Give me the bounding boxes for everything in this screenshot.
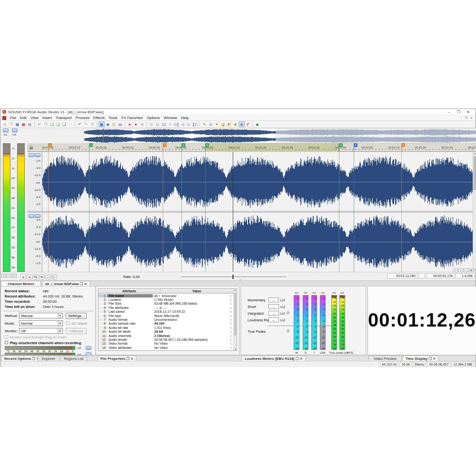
- table-row[interactable]: 10Audio bit depth16 bit▽: [99, 330, 233, 334]
- channel-1-buttons[interactable]: [29, 153, 40, 157]
- play-all-icon[interactable]: ▷: [149, 121, 155, 127]
- menu-transport[interactable]: Transport: [54, 116, 74, 120]
- record-remote-button[interactable]: ●: [27, 274, 32, 279]
- meter-right-minimize-button[interactable]: [12, 129, 18, 132]
- menu-fx-favorites[interactable]: FX Favorites: [119, 116, 145, 120]
- menu-process[interactable]: Process: [74, 116, 91, 120]
- zoom-in-time-button[interactable]: +: [1, 274, 6, 278]
- time-ruler[interactable]: 00:00:0000:00:1000:00:2000:00:3000:00:40…: [27, 143, 476, 152]
- dc-adjust-checkbox[interactable]: [66, 321, 69, 325]
- menu-help[interactable]: Help: [179, 116, 190, 120]
- menu-window[interactable]: Window: [162, 116, 179, 120]
- minimize-button[interactable]: –: [448, 110, 450, 114]
- table-row[interactable]: 8Audio sample rate44.100▽: [99, 322, 233, 326]
- mdi-minimize-button[interactable]: –: [460, 116, 462, 119]
- marker-flag-6[interactable]: 6: [401, 143, 405, 147]
- marker-flag-3[interactable]: 3: [163, 143, 167, 147]
- row-dropdown-icon[interactable]: ▽: [228, 346, 233, 349]
- row-dropdown-icon[interactable]: ▽: [228, 350, 233, 351]
- cut-icon[interactable]: ✂: [36, 121, 42, 127]
- trim-icon[interactable]: ▫: [67, 121, 73, 127]
- selection-box[interactable]: 00:01:12,260: [387, 273, 417, 278]
- rate-slider-thumb[interactable]: [232, 275, 234, 279]
- close-button[interactable]: ✕: [466, 110, 470, 114]
- play-button[interactable]: ▷: [51, 274, 57, 279]
- row-dropdown-icon[interactable]: ▽: [228, 302, 233, 305]
- table-row[interactable]: 14Video attributesNo Video▽: [99, 346, 233, 349]
- play-icon[interactable]: ▷: [155, 121, 161, 127]
- save-all-icon[interactable]: ▦: [27, 121, 33, 127]
- zoom-normal-button[interactable]: −: [464, 268, 468, 272]
- playback-cursor[interactable]: [233, 152, 233, 272]
- channel-2-buttons[interactable]: [29, 214, 40, 218]
- menu-view[interactable]: View: [29, 116, 40, 120]
- table-row[interactable]: 6File typeWave (Microsoft)▽: [99, 314, 233, 317]
- go-to-start-icon[interactable]: ◁❙: [173, 121, 179, 127]
- row-dropdown-icon[interactable]: ▽: [228, 322, 233, 325]
- save-as-icon[interactable]: ▦: [20, 121, 27, 127]
- record-remote-icon[interactable]: ●: [133, 121, 139, 127]
- menu-file[interactable]: File: [8, 116, 18, 120]
- repeat-icon[interactable]: ↺: [89, 121, 95, 127]
- marker-flag-4[interactable]: 4: [205, 143, 209, 147]
- crossfade-tool-icon[interactable]: ◉: [254, 121, 260, 127]
- menu-options[interactable]: Options: [145, 116, 162, 120]
- marker-flag-5[interactable]: 5: [354, 143, 357, 147]
- table-row[interactable]: 2LocationC:\My Music\▽: [99, 298, 233, 301]
- row-dropdown-icon[interactable]: ▽: [228, 306, 233, 309]
- channel-meter-left-bar[interactable]: [3, 143, 10, 272]
- table-row[interactable]: 13Video formatNo Video▽: [99, 342, 233, 346]
- marker-flag-4[interactable]: 4: [339, 143, 343, 147]
- overview-waveform-canvas[interactable]: [84, 129, 476, 143]
- table-row[interactable]: 5Last saved2018-12-27 10:04:22▽: [99, 310, 233, 314]
- go-to-end-icon[interactable]: ❙▷: [192, 121, 198, 127]
- mix-icon[interactable]: ❏: [61, 121, 67, 127]
- record-button[interactable]: ●: [20, 274, 26, 279]
- ruler-lock-icon[interactable]: [29, 145, 39, 151]
- menu-edit[interactable]: Edit: [18, 116, 29, 120]
- marker-flag-1[interactable]: 1: [48, 143, 52, 147]
- selection-box[interactable]: 00:00:51,176: [426, 273, 455, 278]
- table-row[interactable]: 1File nameall_i_know.wav▽: [99, 294, 233, 298]
- overview-strip[interactable]: [84, 128, 476, 143]
- new-file-icon[interactable]: ▯: [2, 121, 8, 127]
- edit-tool-icon[interactable]: ✎: [201, 121, 208, 127]
- magnify-tool-icon[interactable]: ◎: [208, 121, 214, 127]
- play-from-start-button[interactable]: ⇋: [39, 274, 45, 279]
- meter-left-minimize-button[interactable]: [3, 129, 9, 132]
- selection-box[interactable]: [418, 273, 425, 278]
- zoom-tool-icon[interactable]: ◈: [238, 121, 245, 127]
- zoom-selection-button[interactable]: +: [12, 274, 17, 278]
- row-dropdown-icon[interactable]: ▽: [228, 298, 233, 301]
- table-row[interactable]: 7Audio formatUncompressed▽: [99, 317, 233, 321]
- open-file-icon[interactable]: ❐: [8, 121, 14, 127]
- row-dropdown-icon[interactable]: ▽: [228, 334, 233, 337]
- loop-playback-icon[interactable]: ⊘: [139, 121, 145, 127]
- envelope-tool-icon[interactable]: ◆: [232, 121, 238, 127]
- table-row[interactable]: 4File attributes- -- a- ---▽: [99, 306, 233, 309]
- method-select[interactable]: Manual▾: [19, 313, 63, 318]
- pencil-tool-icon[interactable]: ✐: [245, 121, 251, 127]
- pause-icon[interactable]: ▯▯: [161, 121, 167, 127]
- redo-icon[interactable]: ↷: [83, 121, 89, 127]
- row-dropdown-icon[interactable]: ▽: [228, 326, 233, 329]
- row-dropdown-icon[interactable]: ▽: [228, 338, 233, 341]
- copy-icon[interactable]: ❐: [42, 121, 49, 127]
- zoom-in-vertical-button[interactable]: +: [458, 268, 463, 272]
- stop-icon[interactable]: □: [167, 121, 173, 127]
- mode-select[interactable]: Normal▾: [19, 320, 63, 326]
- play-unselected-checkbox[interactable]: [5, 341, 8, 344]
- settings-button[interactable]: Settings...: [66, 313, 87, 319]
- record-meter-left-button[interactable]: [86, 346, 91, 350]
- marker-flag-2[interactable]: 2: [181, 143, 185, 147]
- capture-icon[interactable]: ▤: [117, 121, 123, 127]
- table-row[interactable]: 3File Size63,48 MB (64.996.166 bytes)▽: [99, 302, 233, 306]
- table-header[interactable]: Attribute Value: [99, 289, 233, 294]
- selection-box[interactable]: 1:4,096: [456, 273, 475, 278]
- plugin-chain-checkbox[interactable]: [5, 335, 8, 338]
- loop-playback-button[interactable]: ⇆: [33, 274, 39, 279]
- row-dropdown-icon[interactable]: ▽: [228, 318, 233, 321]
- insert-marker-icon[interactable]: ▼: [214, 121, 220, 127]
- row-dropdown-icon[interactable]: ▽: [228, 310, 233, 313]
- plugin-manager-icon[interactable]: ◉: [105, 121, 111, 127]
